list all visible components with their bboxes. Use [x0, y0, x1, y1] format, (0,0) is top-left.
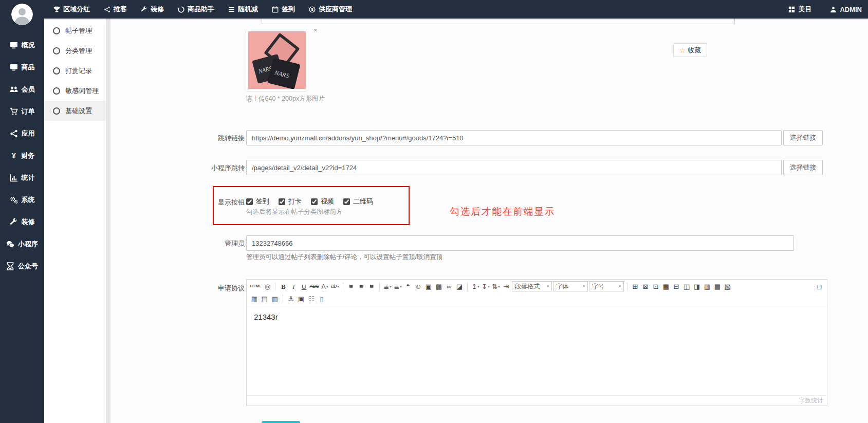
sidebar-item-members[interactable]: 会员	[0, 78, 44, 100]
line-height-icon[interactable]: ⇅▾	[491, 281, 501, 291]
submit-button-partial[interactable]	[262, 421, 300, 423]
avatar[interactable]	[11, 4, 33, 25]
insert-col-icon[interactable]: ◫	[682, 281, 691, 291]
link-icon[interactable]: ∞	[445, 281, 454, 291]
split-col-icon[interactable]: ▧	[723, 281, 732, 291]
submenu-item-category-management[interactable]: 分类管理	[44, 41, 110, 61]
yen-icon: ¥	[10, 152, 18, 160]
insert-table-icon[interactable]: ⊞	[631, 281, 640, 291]
split-row-icon[interactable]: ▤	[713, 281, 722, 291]
miniapp-choose-button[interactable]: 选择链接	[783, 160, 823, 175]
circle-icon	[53, 47, 60, 54]
strikethrough-icon[interactable]: ABC	[309, 281, 319, 291]
partial-field-above[interactable]	[262, 19, 735, 24]
font-color-icon[interactable]: A▾	[320, 281, 329, 291]
topnav-item-decoration[interactable]: 装修	[141, 5, 164, 14]
link-url-input[interactable]	[246, 130, 782, 145]
sidebar-item-statistics[interactable]: 统计	[0, 167, 44, 189]
valign-top-icon[interactable]: ↥▾	[471, 281, 480, 291]
italic-icon[interactable]: I	[289, 281, 298, 291]
favorite-button[interactable]: ☆ 收藏	[673, 43, 707, 57]
uploaded-image-thumbnail[interactable]: NARS NARS	[246, 29, 308, 91]
insert-video-icon[interactable]: ▤	[434, 281, 444, 291]
link-choose-button[interactable]: 选择链接	[783, 130, 823, 145]
submenu-scrollbar[interactable]	[106, 19, 110, 423]
html-source-button[interactable]: HTML	[250, 281, 262, 291]
checkbox-video[interactable]	[311, 198, 318, 205]
bold-icon[interactable]: B	[279, 281, 288, 291]
underline-icon[interactable]: U	[299, 281, 308, 291]
submenu-item-basic-settings[interactable]: 基础设置	[44, 101, 110, 121]
submenu-item-post-management[interactable]: 帖子管理	[44, 21, 110, 41]
valign-bottom-icon[interactable]: ↧▾	[481, 281, 490, 291]
miniapp-path-input[interactable]	[246, 160, 782, 175]
submenu-item-reward-records[interactable]: 打赏记录	[44, 61, 110, 81]
topbar-right-item-meimu[interactable]: 美目	[788, 5, 811, 14]
editor-content-area[interactable]: 21343r	[247, 306, 827, 390]
blockquote-icon[interactable]: ❝	[403, 281, 413, 291]
checkbox-check-in[interactable]	[279, 198, 285, 205]
show-buttons-group: 签到打卡视频二维码	[246, 196, 373, 207]
paste-icon[interactable]: ▯	[317, 293, 326, 304]
paragraph-format-select[interactable]: 段落格式▾	[512, 281, 552, 291]
table-full-border-icon[interactable]: ▦	[250, 293, 259, 304]
sidebar-item-overview[interactable]: 概况	[0, 34, 44, 56]
topnav-item-promoter[interactable]: 推客	[104, 5, 127, 14]
align-center-icon[interactable]: ≡	[357, 281, 366, 291]
table-col-border-icon[interactable]: ▥	[270, 293, 280, 304]
anchor-icon[interactable]: ⚓	[286, 293, 296, 304]
topnav-item-random-discount[interactable]: 随机减	[228, 5, 258, 14]
show-button-option-sign-in[interactable]: 签到	[246, 197, 269, 206]
topnav-item-goods-assistant[interactable]: 商品助手	[178, 5, 214, 14]
fullscreen-icon[interactable]: ◻	[815, 281, 824, 291]
merge-cells-icon[interactable]: ▥	[703, 281, 712, 291]
font-family-select[interactable]: 字体▾	[553, 281, 588, 291]
sidebar-item-system[interactable]: 系统	[0, 189, 44, 211]
favorite-button-label: 收藏	[688, 46, 701, 55]
topnav-item-region-dividend[interactable]: 区域分红	[53, 5, 90, 14]
print-icon[interactable]: ☷	[307, 293, 316, 304]
checkbox-sign-in[interactable]	[246, 198, 253, 205]
delete-table-icon[interactable]: ⊠	[641, 281, 650, 291]
show-button-option-video[interactable]: 视频	[311, 197, 334, 206]
show-button-option-check-in[interactable]: 打卡	[279, 197, 302, 206]
font-size-select[interactable]: 字号▾	[589, 281, 624, 291]
align-left-icon[interactable]: ≡	[346, 281, 356, 291]
sidebar-item-official-account[interactable]: 公众号	[0, 255, 44, 277]
sidebar-item-goods[interactable]: 商品	[0, 56, 44, 78]
insert-row-icon[interactable]: ▦	[661, 281, 671, 291]
preview-icon[interactable]: ◎	[263, 281, 272, 291]
page-image-icon[interactable]: ▣	[297, 293, 306, 304]
sidebar-item-apps[interactable]: 应用	[0, 122, 44, 144]
remove-image-icon[interactable]: ×	[313, 27, 318, 33]
submenu-item-sensitive-words[interactable]: 敏感词管理	[44, 81, 110, 101]
submenu: 帖子管理分类管理打赏记录敏感词管理基础设置	[44, 19, 110, 423]
align-right-icon[interactable]: ≡	[367, 281, 376, 291]
indent-icon[interactable]: ⇥	[502, 281, 511, 291]
supplier-icon: S	[309, 6, 316, 13]
highlight-icon[interactable]: ab▾	[330, 281, 340, 291]
sidebar-item-label: 商品	[22, 63, 35, 72]
wechat-icon	[6, 240, 14, 248]
sidebar-item-decoration[interactable]: 装修	[0, 211, 44, 233]
table-row-border-icon[interactable]: ▤	[260, 293, 269, 304]
table-header-icon[interactable]: ⊡	[651, 281, 660, 291]
topnav-item-supplier-management[interactable]: S供应商管理	[309, 5, 352, 14]
topnav-item-sign-in[interactable]: 签到	[272, 5, 295, 14]
admin-phone-input[interactable]	[246, 235, 794, 251]
ordered-list-icon[interactable]: ≣▾	[383, 281, 392, 291]
circle-icon	[53, 27, 60, 34]
sidebar-item-miniapp[interactable]: 小程序	[0, 233, 44, 255]
emoticon-icon[interactable]: ☺	[414, 281, 423, 291]
show-button-option-qrcode[interactable]: 二维码	[343, 197, 373, 206]
sidebar-item-label: 小程序	[18, 240, 38, 249]
delete-col-icon[interactable]: ◨	[692, 281, 701, 291]
sidebar-item-finance[interactable]: ¥财务	[0, 144, 44, 167]
sidebar-item-orders[interactable]: 订单	[0, 100, 44, 122]
delete-row-icon[interactable]: ⊟	[672, 281, 681, 291]
unordered-list-icon[interactable]: ≣▾	[393, 281, 402, 291]
topbar-right-item-admin[interactable]: ADMIN	[830, 6, 862, 13]
insert-image-icon[interactable]: ▣	[424, 281, 433, 291]
checkbox-qrcode[interactable]	[343, 198, 350, 205]
format-eraser-icon[interactable]: ◪	[455, 281, 464, 291]
